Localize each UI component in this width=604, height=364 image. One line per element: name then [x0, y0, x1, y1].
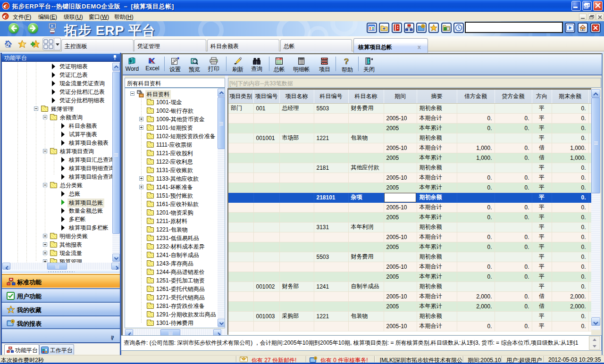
svg-text:1: 1 [10, 308, 12, 312]
svg-text:?: ? [344, 57, 349, 66]
svg-text:CHI: CHI [277, 58, 279, 60]
